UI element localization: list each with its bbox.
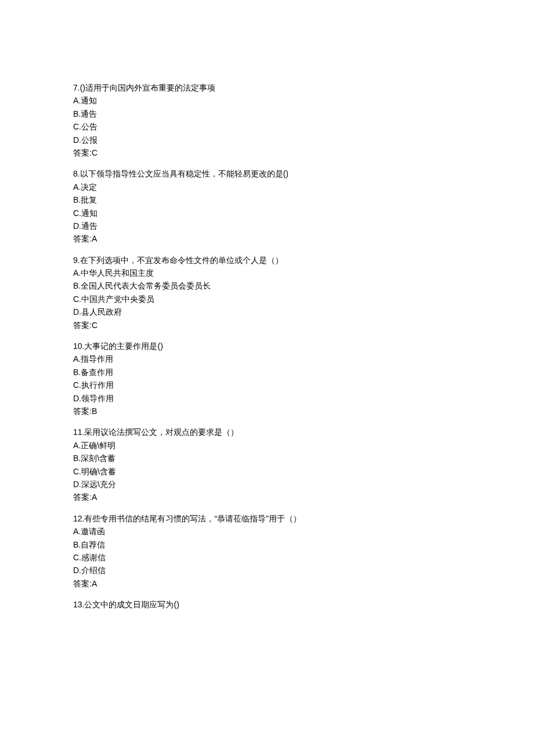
- question-answer: 答案:A: [73, 491, 461, 503]
- question-option: D.深远\充分: [73, 478, 461, 491]
- question-11: 11.采用议论法撰写公文，对观点的要求是（） A.正确\鲜明 B.深刻\含蓄 C…: [73, 426, 461, 503]
- question-option: A.决定: [73, 181, 461, 193]
- question-answer: 答案:C: [73, 319, 461, 332]
- question-option: D.介绍信: [73, 564, 461, 577]
- question-option: A.正确\鲜明: [73, 439, 461, 452]
- question-option: B.自荐信: [73, 538, 461, 551]
- question-13: 13.公文中的成文日期应写为(): [73, 598, 461, 611]
- question-option: B.全国人民代表大会常务委员会委员长: [73, 279, 461, 292]
- question-8: 8.以下领导指导性公文应当具有稳定性，不能轻易更改的是() A.决定 B.批复 …: [73, 167, 461, 245]
- question-answer: 答案:B: [73, 405, 461, 417]
- question-answer: 答案:C: [73, 146, 461, 159]
- question-option: B.批复: [73, 193, 461, 206]
- question-option: C.执行作用: [73, 379, 461, 391]
- question-option: C.通知: [73, 207, 461, 219]
- question-stem: 10.大事记的主要作用是(): [73, 340, 461, 352]
- document-page: 7.()适用于向国内外宣布重要的法定事项 A.通知 B.通告 C.公告 D.公报…: [0, 0, 534, 642]
- question-option: A.邀请函: [73, 525, 461, 538]
- question-10: 10.大事记的主要作用是() A.指导作用 B.备查作用 C.执行作用 D.领导…: [73, 340, 461, 417]
- question-option: D.通告: [73, 219, 461, 232]
- question-option: B.深刻\含蓄: [73, 452, 461, 465]
- question-option: A.中华人民共和国主度: [73, 267, 461, 279]
- question-option: C.明确\含蓄: [73, 465, 461, 478]
- question-12: 12.有些专用书信的结尾有习惯的写法，“恭请莅临指导”用于（） A.邀请函 B.…: [73, 512, 461, 590]
- question-stem: 11.采用议论法撰写公文，对观点的要求是（）: [73, 426, 461, 438]
- question-stem: 8.以下领导指导性公文应当具有稳定性，不能轻易更改的是(): [73, 167, 461, 180]
- question-stem: 9.在下列选项中，不宜发布命令性文件的单位或个人是（）: [73, 254, 461, 267]
- question-option: C.中国共产党中央委员: [73, 293, 461, 305]
- question-option: C.公告: [73, 120, 461, 133]
- question-stem: 13.公文中的成文日期应写为(): [73, 598, 461, 611]
- question-option: D.公报: [73, 134, 461, 146]
- question-option: A.通知: [73, 94, 461, 107]
- question-stem: 7.()适用于向国内外宣布重要的法定事项: [73, 81, 461, 94]
- question-7: 7.()适用于向国内外宣布重要的法定事项 A.通知 B.通告 C.公告 D.公报…: [73, 81, 461, 159]
- question-option: D.县人民政府: [73, 305, 461, 318]
- question-9: 9.在下列选项中，不宜发布命令性文件的单位或个人是（） A.中华人民共和国主度 …: [73, 254, 461, 332]
- question-option: A.指导作用: [73, 352, 461, 365]
- question-option: B.通告: [73, 107, 461, 120]
- question-answer: 答案:A: [73, 232, 461, 245]
- question-option: B.备查作用: [73, 366, 461, 379]
- question-answer: 答案:A: [73, 577, 461, 590]
- question-option: C.感谢信: [73, 551, 461, 564]
- question-option: D.领导作用: [73, 392, 461, 405]
- question-stem: 12.有些专用书信的结尾有习惯的写法，“恭请莅临指导”用于（）: [73, 512, 461, 525]
